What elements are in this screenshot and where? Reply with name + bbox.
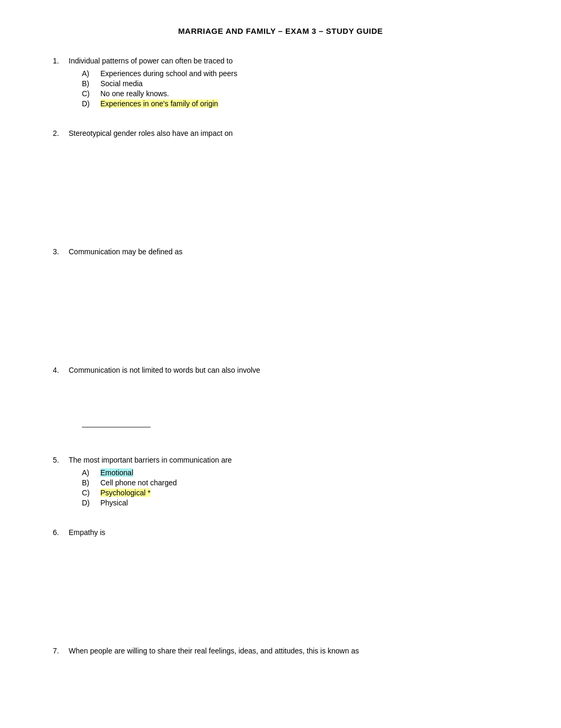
list-item: C) No one really knows. [82, 89, 508, 98]
question-6-text: Empathy is [69, 528, 508, 537]
list-item: A) Experiences during school and with pe… [82, 69, 508, 78]
answer-letter: C) [82, 489, 100, 497]
list-item: C) Psychological * [82, 489, 508, 497]
answer-letter: D) [82, 499, 100, 507]
decorative-underline [82, 427, 151, 428]
question-5: 5. The most important barriers in commun… [53, 456, 508, 507]
question-3-number: 3. [53, 247, 69, 256]
question-5-text: The most important barriers in communica… [69, 456, 508, 464]
list-item: D) Physical [82, 499, 508, 507]
answer-text: Cell phone not charged [100, 478, 177, 487]
question-6-number: 6. [53, 528, 69, 537]
answer-letter: A) [82, 468, 100, 477]
answer-text-highlighted: Emotional [100, 468, 133, 477]
answer-text: No one really knows. [100, 89, 169, 98]
question-7-text: When people are willing to share their r… [69, 647, 508, 655]
answer-text-highlighted: Psychological * [100, 489, 151, 497]
answer-letter: B) [82, 478, 100, 487]
page-title: MARRIAGE AND FAMILY – EXAM 3 – STUDY GUI… [53, 26, 508, 35]
question-1-text: Individual patterns of power can often b… [69, 57, 508, 65]
question-1-answers: A) Experiences during school and with pe… [82, 69, 508, 108]
question-4: 4. Communication is not limited to words… [53, 366, 508, 435]
list-item: B) Social media [82, 79, 508, 88]
answer-text: Experiences during school and with peers [100, 69, 237, 78]
question-5-answers: A) Emotional B) Cell phone not charged C… [82, 468, 508, 507]
question-7: 7. When people are willing to share thei… [53, 647, 508, 655]
answer-text: Physical [100, 499, 128, 507]
question-2-text: Stereotypical gender roles also have an … [69, 129, 508, 137]
question-4-number: 4. [53, 366, 69, 374]
answer-letter: A) [82, 69, 100, 78]
list-item: B) Cell phone not charged [82, 478, 508, 487]
question-6: 6. Empathy is [53, 528, 508, 625]
question-1: 1. Individual patterns of power can ofte… [53, 57, 508, 108]
answer-letter: D) [82, 99, 100, 108]
answer-text: Social media [100, 79, 143, 88]
answer-text-highlighted: Experiences in one's family of origin [100, 99, 218, 108]
list-item: D) Experiences in one's family of origin [82, 99, 508, 108]
page-container: MARRIAGE AND FAMILY – EXAM 3 – STUDY GUI… [0, 0, 561, 728]
question-1-number: 1. [53, 57, 69, 65]
list-item: A) Emotional [82, 468, 508, 477]
answer-letter: C) [82, 89, 100, 98]
question-5-number: 5. [53, 456, 69, 464]
answer-letter: B) [82, 79, 100, 88]
question-7-number: 7. [53, 647, 69, 655]
question-3-text: Communication may be defined as [69, 247, 508, 256]
question-2-number: 2. [53, 129, 69, 137]
question-2: 2. Stereotypical gender roles also have … [53, 129, 508, 226]
question-4-text: Communication is not limited to words bu… [69, 366, 508, 374]
question-3: 3. Communication may be defined as [53, 247, 508, 345]
